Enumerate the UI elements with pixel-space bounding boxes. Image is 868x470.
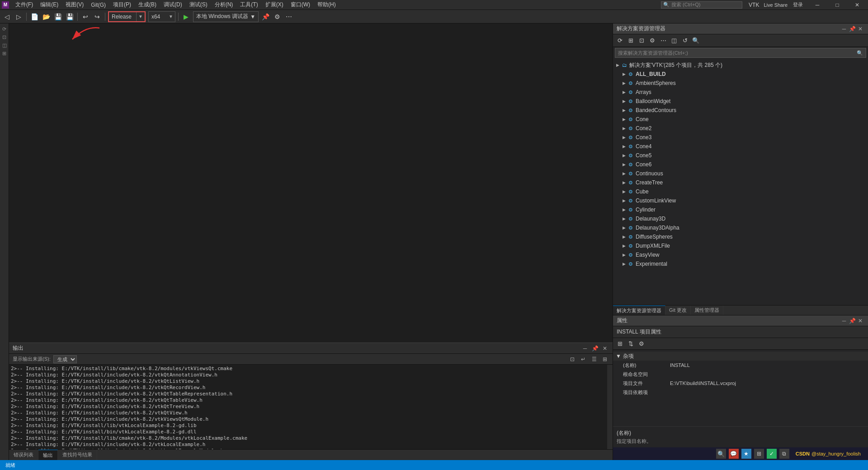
se-footer-tab-solution[interactable]: 解决方案资源管理器 <box>613 306 665 315</box>
menu-help[interactable]: 帮助(H) <box>314 0 340 9</box>
toolbar-redo-btn[interactable]: ↪ <box>92 12 102 22</box>
menu-view[interactable]: 视图(V) <box>62 0 87 9</box>
props-sort-btn[interactable]: ⇅ <box>626 339 636 349</box>
menu-test[interactable]: 测试(S) <box>186 0 211 9</box>
menu-project[interactable]: 项目(P) <box>109 0 135 9</box>
menu-build[interactable]: 生成(B) <box>135 0 160 9</box>
output-tab-output[interactable]: 输出 <box>38 450 58 460</box>
output-wrap-btn[interactable]: ↵ <box>579 355 587 363</box>
output-source-select[interactable]: 生成 <box>53 355 77 363</box>
se-refresh-btn[interactable]: ↺ <box>680 36 690 46</box>
tree-item-diffusespheres[interactable]: ▶ ⚙ DiffuseSpheres <box>613 232 868 241</box>
props-pin-btn[interactable]: 📌 <box>848 317 856 325</box>
tree-item-cone2[interactable]: ▶ ⚙ Cone2 <box>613 124 868 133</box>
tree-item-delaunay3dalpha[interactable]: ▶ ⚙ Delaunay3DAlpha <box>613 223 868 232</box>
status-icon-grid[interactable]: ⊞ <box>754 449 764 459</box>
live-share-label[interactable]: Live Share <box>764 2 788 8</box>
minimize-button[interactable]: ─ <box>808 0 826 10</box>
global-search-box[interactable]: 🔍 搜索 (Ctrl+Q) <box>661 1 742 9</box>
props-minimize-btn[interactable]: ─ <box>840 317 848 325</box>
tree-item-cube[interactable]: ▶ ⚙ Cube <box>613 187 868 196</box>
prop-section-misc[interactable]: ▼ 杂项 <box>613 352 868 361</box>
tree-item-delaunay3d[interactable]: ▶ ⚙ Delaunay3D <box>613 214 868 223</box>
tree-item-createtree[interactable]: ▶ ⚙ CreateTree <box>613 178 868 187</box>
tree-item-experimental[interactable]: ▶ ⚙ Experimental <box>613 259 868 268</box>
output-clear-btn[interactable]: ⊡ <box>568 355 576 363</box>
se-footer-tab-git[interactable]: Git 更改 <box>665 306 691 315</box>
se-footer-tab-props[interactable]: 属性管理器 <box>691 306 723 315</box>
status-icon-search[interactable]: 🔍 <box>716 449 726 459</box>
status-icon-copy[interactable]: ⧉ <box>779 449 789 459</box>
se-search-box[interactable]: 搜索解决方案资源管理器(Ctrl+;) 🔍 <box>615 48 866 58</box>
output-pin-btn[interactable]: 📌 <box>591 344 599 352</box>
tree-item-cone[interactable]: ▶ ⚙ Cone <box>613 115 868 124</box>
se-close-btn[interactable]: ✕ <box>856 25 864 33</box>
status-ready[interactable]: 就绪 <box>4 462 17 469</box>
props-close-btn[interactable]: ✕ <box>856 317 864 325</box>
output-scrollbar[interactable] <box>607 365 613 449</box>
menu-extensions[interactable]: 扩展(X) <box>262 0 287 9</box>
toolbar-open-btn[interactable]: 📂 <box>41 12 51 22</box>
tree-item-cone5[interactable]: ▶ ⚙ Cone5 <box>613 151 868 160</box>
run-button[interactable]: ▶ <box>181 12 191 22</box>
se-search-icon-btn[interactable]: 🔍 <box>691 36 701 46</box>
toolbar-settings-btn[interactable]: ⚙ <box>272 12 282 22</box>
menu-analyze[interactable]: 分析(N) <box>211 0 237 9</box>
se-sync-btn[interactable]: ⟳ <box>615 36 625 46</box>
tree-item-balloonwidget[interactable]: ▶ ⚙ BalloonWidget <box>613 97 868 106</box>
status-icon-green[interactable]: ✓ <box>767 449 777 459</box>
status-icon-chat[interactable]: 💬 <box>729 449 739 459</box>
output-tab-find[interactable]: 查找符号结果 <box>58 450 97 460</box>
toolbar-forward-btn[interactable]: ▷ <box>14 12 24 22</box>
debug-target-selector[interactable]: 本地 Windows 调试器 ▼ <box>193 11 259 22</box>
se-expand-btn[interactable]: ⊞ <box>626 36 636 46</box>
tree-item-arrays[interactable]: ▶ ⚙ Arrays <box>613 88 868 97</box>
output-minimize-btn[interactable]: ─ <box>581 344 589 352</box>
menu-git[interactable]: Git(G) <box>87 1 109 9</box>
tree-item-dumpxmlfile[interactable]: ▶ ⚙ DumpXMLFile <box>613 241 868 250</box>
status-icon-star[interactable]: ★ <box>741 449 751 459</box>
close-button[interactable]: ✕ <box>848 0 866 10</box>
maximize-button[interactable]: □ <box>828 0 846 10</box>
menu-window[interactable]: 窗口(W) <box>287 0 314 9</box>
toolbar-extra-btn[interactable]: ⋯ <box>284 12 294 22</box>
tree-solution-root[interactable]: ▶ 🗂 解决方案'VTK'(285 个项目，共 285 个) <box>613 61 868 70</box>
menu-edit[interactable]: 编辑(E) <box>37 0 62 9</box>
output-content[interactable]: 2>-- Installing: E:/VTK/install/lib/cmak… <box>9 365 613 449</box>
tree-item-cone3[interactable]: ▶ ⚙ Cone3 <box>613 133 868 142</box>
arch-dropdown[interactable]: x64 ▼ <box>148 11 175 22</box>
sidebar-icon-3[interactable]: ◫ <box>1 42 8 49</box>
tree-item-cylinder[interactable]: ▶ ⚙ Cylinder <box>613 205 868 214</box>
toolbar-undo-btn[interactable]: ↩ <box>80 12 90 22</box>
output-tab-errors[interactable]: 错误列表 <box>9 450 38 460</box>
props-settings-btn[interactable]: ⚙ <box>637 339 646 349</box>
sidebar-icon-4[interactable]: ⊞ <box>1 50 8 57</box>
se-show-all-btn[interactable]: ◫ <box>669 36 679 46</box>
toolbar-save-all-btn[interactable]: 💾 <box>65 12 75 22</box>
tree-item-cone6[interactable]: ▶ ⚙ Cone6 <box>613 160 868 169</box>
login-label[interactable]: 登录 <box>793 1 803 8</box>
se-filter-btn[interactable]: ⚙ <box>647 36 657 46</box>
toolbar-pin-btn[interactable]: 📌 <box>260 12 270 22</box>
toolbar-save-btn[interactable]: 💾 <box>53 12 63 22</box>
output-sort-btn[interactable]: ☰ <box>590 355 598 363</box>
sidebar-icon-2[interactable]: ⊡ <box>1 33 8 41</box>
tree-item-continuous[interactable]: ▶ ⚙ Continuous <box>613 169 868 178</box>
se-collapse-btn[interactable]: ⊡ <box>637 36 646 46</box>
sidebar-icon-1[interactable]: ⟳ <box>1 25 8 33</box>
se-settings-btn[interactable]: ⋯ <box>658 36 668 46</box>
config-dropdown[interactable]: Release ▼ <box>108 11 146 22</box>
menu-file[interactable]: 文件(F) <box>12 0 37 9</box>
props-grid-btn[interactable]: ⊞ <box>615 339 625 349</box>
editor-canvas[interactable] <box>9 24 613 343</box>
output-close-btn[interactable]: ✕ <box>601 344 609 352</box>
output-expand-btn[interactable]: ⊞ <box>601 355 609 363</box>
toolbar-new-file-btn[interactable]: 📄 <box>29 12 39 22</box>
tree-item-ambientspheres[interactable]: ▶ ⚙ AmbientSpheres <box>613 79 868 88</box>
menu-tools[interactable]: 工具(T) <box>236 0 261 9</box>
toolbar-back-btn[interactable]: ◁ <box>2 12 12 22</box>
tree-item-cone4[interactable]: ▶ ⚙ Cone4 <box>613 142 868 151</box>
tree-item-bandedcontours[interactable]: ▶ ⚙ BandedContours <box>613 106 868 115</box>
tree-item-allbuild[interactable]: ▶ ⚙ ALL_BUILD <box>613 70 868 79</box>
se-pin-btn[interactable]: 📌 <box>848 25 856 33</box>
